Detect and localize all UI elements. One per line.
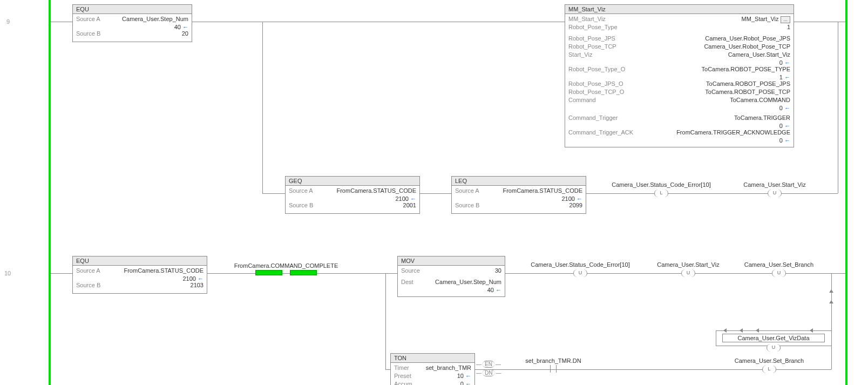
param-value: FromCamera.STATUS_CODE [503, 187, 582, 194]
param-label: Robot_Pose_TCP_O [568, 89, 624, 95]
instr-header: TON [391, 354, 474, 363]
param-label: Preset [394, 373, 411, 379]
wire [385, 369, 390, 370]
instruction-mm-start-viz[interactable]: MM_Start_Viz MM_Start_Viz MM_Start_Viz..… [565, 4, 794, 147]
ton-en-pin: —EN— [476, 361, 501, 368]
coil-latch-set-branch[interactable]: Camera_User.Set_Branch L [723, 357, 815, 373]
param-label: Robot_Pose_JPS_O [568, 80, 623, 87]
wire [716, 330, 716, 346]
live-value: 0 [568, 59, 790, 66]
arrow-icon [810, 328, 813, 333]
param-label: Command_Trigger [568, 114, 618, 121]
contact-symbol [227, 270, 345, 276]
coil-label: Camera_User.Set_Branch [723, 357, 815, 364]
live-value: 2100 [289, 195, 416, 202]
rung-number-10: 10 [4, 270, 11, 276]
coil-label: Camera_User.Start_Viz [734, 181, 815, 188]
wire [262, 193, 285, 194]
arrow-icon [756, 328, 759, 333]
live-value: 0 [568, 105, 790, 111]
contact-label: FromCamera.COMMAND_COMPLETE [227, 262, 345, 269]
wire [838, 22, 838, 193]
live-value: 40 [401, 287, 501, 293]
wire [262, 22, 263, 193]
param-value: 0 [460, 381, 471, 385]
wire [192, 22, 565, 22]
contact-label: set_branch_TMR.DN [513, 357, 594, 364]
wire [831, 273, 832, 369]
instruction-equ[interactable]: EQU Source A Camera_User.Step_Num 40 Sou… [72, 4, 192, 42]
coil-unlatch-get-vizdata[interactable]: Camera_User.Get_VizData U [722, 334, 825, 352]
wire [51, 273, 72, 274]
param-value: ToCamera.COMMAND [730, 97, 790, 103]
coil-symbol: U [768, 190, 782, 197]
coil-unlatch-status-error[interactable]: Camera_User.Status_Code_Error[10] U [524, 261, 637, 277]
param-label: Source [401, 267, 420, 274]
wire [831, 330, 832, 346]
instr-header: GEQ [286, 177, 419, 186]
param-label: Robot_Pose_Type [568, 24, 618, 30]
param-label: Source A [455, 187, 479, 194]
param-value: 1 [787, 24, 790, 30]
instr-header: MOV [398, 256, 505, 266]
param-value: ToCamera.ROBOT_POSE_TYPE [702, 66, 790, 72]
live-value: 0 [568, 123, 790, 129]
param-value: Camera_User.Step_Num [122, 16, 188, 22]
wire [716, 330, 831, 331]
instruction-mov[interactable]: MOV Source 30 Dest Camera_User.Step_Num … [397, 256, 505, 297]
param-value: Camera_User.Robot_Pose_JPS [705, 35, 790, 42]
param-value: 2001 [403, 202, 416, 208]
param-value: ToCamera.ROBOT_POSE_JPS [706, 80, 790, 87]
param-value: ToCamera.TRIGGER [734, 114, 790, 121]
coil-symbol: U [681, 269, 695, 277]
contact-xic-tmr-dn[interactable]: set_branch_TMR.DN [513, 357, 594, 374]
live-value: 2100 [455, 195, 582, 202]
param-label: Source A [289, 187, 313, 194]
param-label: Source A [76, 16, 100, 22]
param-value: FromCamera.TRIGGER_ACKNOWLEDGE [676, 129, 790, 136]
param-value: FromCamera.STATUS_CODE [124, 267, 204, 274]
instr-header: EQU [73, 256, 207, 266]
instruction-geq[interactable]: GEQ Source A FromCamera.STATUS_CODE 2100… [285, 176, 420, 214]
coil-label: Camera_User.Set_Branch [733, 261, 825, 268]
coil-latch-status-error[interactable]: Camera_User.Status_Code_Error[10] L [605, 181, 718, 197]
power-rail-right [845, 0, 847, 385]
coil-unlatch-start-viz[interactable]: Camera_User.Start_Viz U [734, 181, 815, 197]
param-value: Camera_User.Robot_Pose_TCP [704, 43, 790, 50]
rung-number-9: 9 [6, 18, 10, 25]
param-value: Camera_User.Start_Viz [728, 51, 790, 58]
coil-symbol: U [573, 269, 587, 277]
wire [51, 22, 72, 22]
param-value: 2099 [569, 202, 582, 208]
coil-unlatch-set-branch[interactable]: Camera_User.Set_Branch U [733, 261, 825, 277]
param-label: Start_Viz [568, 51, 592, 58]
coil-symbol: L [762, 366, 776, 373]
contact-xic-command-complete[interactable]: FromCamera.COMMAND_COMPLETE [227, 262, 345, 276]
instruction-equ[interactable]: EQU Source A FromCamera.STATUS_CODE 2100… [72, 256, 207, 294]
param-label: Robot_Pose_TCP [568, 43, 616, 50]
instr-header: EQU [73, 5, 192, 14]
param-value: set_branch_TMR [426, 364, 471, 371]
coil-label: Camera_User.Get_VizData [722, 334, 825, 342]
param-label: Timer [394, 364, 409, 371]
coil-label: Camera_User.Start_Viz [648, 261, 729, 268]
param-label: Robot_Pose_JPS [568, 35, 615, 42]
instruction-ton[interactable]: TON Timer set_branch_TMR Preset 10 Accum… [390, 353, 475, 385]
param-label: MM_Start_Viz [568, 16, 606, 22]
param-value: ToCamera.ROBOT_POSE_TCP [705, 89, 790, 95]
param-value: 30 [495, 267, 501, 274]
coil-symbol: U [767, 344, 781, 352]
coil-label: Camera_User.Status_Code_Error[10] [524, 261, 637, 268]
dialog-button-icon[interactable]: ... [781, 16, 790, 23]
param-value: 10 [457, 373, 471, 379]
param-label: Command [568, 97, 596, 103]
instruction-leq[interactable]: LEQ Source A FromCamera.STATUS_CODE 2100… [451, 176, 586, 214]
param-value: FromCamera.STATUS_CODE [336, 187, 416, 194]
param-value: MM_Start_Viz... [742, 16, 790, 23]
live-value: 2100 [76, 275, 204, 282]
coil-unlatch-start-viz[interactable]: Camera_User.Start_Viz U [648, 261, 729, 277]
instr-header: LEQ [452, 177, 586, 186]
param-label: Source A [76, 267, 100, 274]
arrow-icon [829, 300, 833, 303]
arrow-icon [829, 289, 833, 293]
